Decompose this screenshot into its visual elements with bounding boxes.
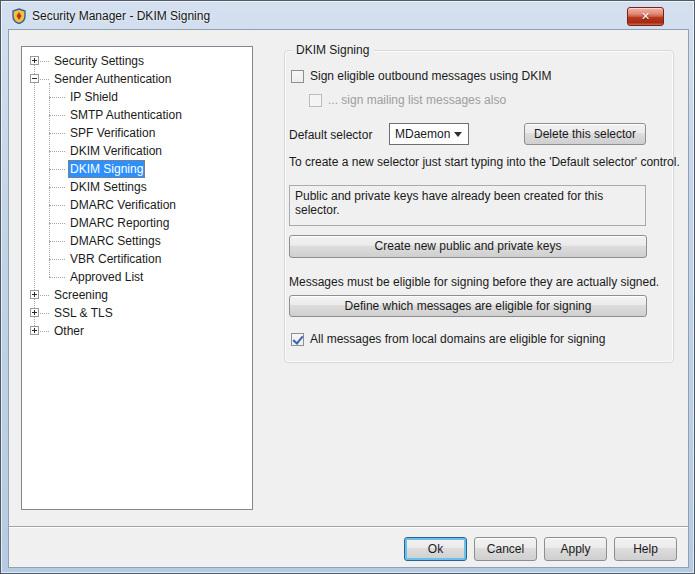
default-selector-combobox[interactable]: MDaemon [389,123,469,145]
tree-item-sender-authentication[interactable]: Sender Authentication [22,70,252,88]
sign-outbound-checkbox[interactable] [291,70,304,83]
keys-status-box: Public and private keys have already bee… [289,185,646,226]
close-button[interactable]: ✕ [627,7,664,26]
expand-plus-icon[interactable] [30,290,39,299]
cancel-button[interactable]: Cancel [474,537,537,561]
collapse-minus-icon[interactable] [30,74,39,83]
dialog-body: Security Settings Sender Authentication … [8,29,689,568]
mailing-list-checkbox [309,94,322,107]
tree-item-smtp-authentication[interactable]: SMTP Authentication [22,106,252,124]
local-domains-label: All messages from local domains are elig… [310,333,605,346]
sign-outbound-label: Sign eligible outbound messages using DK… [310,70,551,83]
dropdown-arrow-icon[interactable] [454,132,462,137]
expand-plus-icon[interactable] [30,326,39,335]
tree-item-spf-verification[interactable]: SPF Verification [22,124,252,142]
shield-icon [11,8,27,24]
default-selector-value: MDaemon [395,127,450,141]
tree-item-dmarc-settings[interactable]: DMARC Settings [22,232,252,250]
expand-plus-icon[interactable] [30,308,39,317]
tree-item-dkim-settings[interactable]: DKIM Settings [22,178,252,196]
window-title: Security Manager - DKIM Signing [32,9,210,23]
navigation-tree[interactable]: Security Settings Sender Authentication … [21,46,253,510]
security-manager-window: Security Manager - DKIM Signing ✕ Securi… [0,0,695,574]
close-icon: ✕ [641,10,650,22]
tree-item-approved-list[interactable]: Approved List [22,268,252,286]
ok-button[interactable]: Ok [404,537,467,561]
tree-item-screening[interactable]: Screening [22,286,252,304]
tree-item-other[interactable]: Other [22,322,252,340]
local-domains-checkbox[interactable] [291,333,304,346]
delete-selector-button[interactable]: Delete this selector [524,123,646,145]
define-eligible-button[interactable]: Define which messages are eligible for s… [289,295,647,317]
tree-item-dkim-verification[interactable]: DKIM Verification [22,142,252,160]
default-selector-label: Default selector [289,128,372,142]
selector-hint-text: To create a new selector just start typi… [289,155,680,169]
expand-plus-icon[interactable] [30,56,39,65]
keys-status-text: Public and private keys have already bee… [295,189,603,217]
dkim-signing-groupbox: DKIM Signing Sign eligible outbound mess… [284,50,674,363]
tree-item-dmarc-reporting[interactable]: DMARC Reporting [22,214,252,232]
titlebar[interactable]: Security Manager - DKIM Signing ✕ [2,2,693,29]
tree-item-security-settings[interactable]: Security Settings [22,52,252,70]
apply-button[interactable]: Apply [544,537,607,561]
groupbox-title: DKIM Signing [292,43,373,57]
mailing-list-label: ... sign mailing list messages also [328,94,506,107]
tree-item-ssl-tls[interactable]: SSL & TLS [22,304,252,322]
create-keys-button[interactable]: Create new public and private keys [289,235,647,258]
footer-separator [9,526,688,528]
eligible-hint-text: Messages must be eligible for signing be… [289,275,659,289]
tree-item-dmarc-verification[interactable]: DMARC Verification [22,196,252,214]
tree-item-dkim-signing[interactable]: DKIM Signing [22,160,252,178]
tree-item-ip-shield[interactable]: IP Shield [22,88,252,106]
help-button[interactable]: Help [614,537,677,561]
tree-item-vbr-certification[interactable]: VBR Certification [22,250,252,268]
